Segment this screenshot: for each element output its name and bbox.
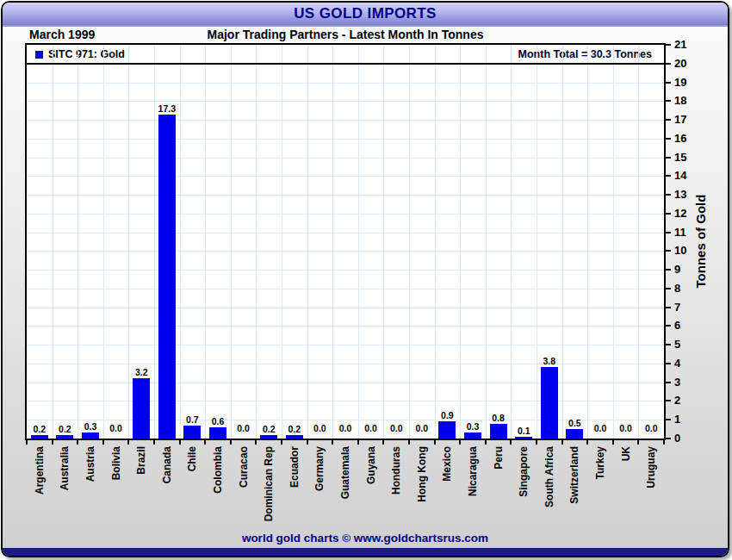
bar (209, 427, 226, 439)
y-tick-label: 19 (674, 76, 698, 90)
y-tick-label: 11 (674, 226, 698, 240)
gridline-horizontal (27, 139, 664, 140)
x-axis-label: Argentina (34, 446, 46, 495)
x-axis-tick (26, 440, 28, 445)
x-axis-label: Honduras (390, 446, 402, 495)
gridline-vertical (128, 45, 129, 439)
x-axis-tick (637, 440, 639, 445)
gridline-horizontal (27, 251, 664, 252)
gridline-horizontal (27, 383, 664, 383)
gridline-vertical (231, 45, 232, 439)
y-axis-tick (666, 419, 671, 420)
bar-value-label: 0.3 (458, 421, 487, 432)
gridline-vertical (53, 45, 53, 439)
gridline-horizontal (27, 233, 664, 233)
bar (260, 435, 277, 439)
gridline-horizontal (27, 326, 664, 327)
gridline-vertical (537, 45, 537, 439)
y-tick-label: 9 (674, 263, 698, 277)
gridline-horizontal (27, 176, 664, 177)
y-axis-tick (666, 307, 671, 308)
gridline-horizontal (27, 345, 664, 345)
y-axis-tick (666, 400, 671, 401)
y-tick-label: 0 (674, 432, 698, 445)
gridline-horizontal (27, 120, 664, 121)
bar-value-label: 0.8 (484, 413, 513, 423)
gridline-vertical (256, 45, 257, 439)
gridline-vertical (587, 45, 588, 439)
bar (541, 367, 558, 439)
gridline-horizontal (27, 364, 664, 364)
bar (82, 432, 99, 439)
gridline-vertical (282, 45, 282, 439)
gridline-horizontal (27, 195, 664, 196)
gridline-vertical (409, 45, 410, 439)
gridline-vertical (358, 45, 359, 439)
y-tick-label: 1 (674, 413, 698, 426)
x-axis-label: Mexico (441, 446, 453, 482)
x-axis-label: Canada (161, 446, 173, 483)
x-axis-label: Germany (313, 446, 326, 491)
x-axis-tick (382, 440, 384, 445)
x-axis-tick (332, 440, 333, 445)
y-axis-tick (666, 82, 671, 84)
x-axis-label: Curacao (238, 446, 250, 488)
x-axis-label: Chile (186, 446, 198, 471)
bar-value-label: 17.3 (152, 103, 182, 114)
x-axis-label: Brazil (135, 446, 147, 475)
gridline-vertical (613, 45, 614, 439)
gridline-horizontal (27, 158, 664, 159)
bar-value-label: 0.0 (102, 423, 131, 433)
x-axis-tick (561, 440, 563, 445)
gridline-vertical (638, 45, 639, 439)
y-axis-tick (666, 288, 671, 289)
gridline-vertical (486, 45, 487, 439)
gridline-horizontal (27, 308, 664, 308)
bar-value-label: 0.1 (509, 426, 538, 436)
bar-value-label: 3.2 (127, 367, 156, 377)
gridline-horizontal (27, 270, 664, 271)
bottom-accent-bar (3, 548, 728, 556)
y-tick-label: 7 (674, 301, 698, 314)
gridline-vertical (460, 45, 461, 439)
title-bar: US GOLD IMPORTS (3, 3, 728, 27)
y-tick-label: 20 (674, 57, 698, 71)
x-axis-tick (153, 440, 155, 445)
gridline-vertical (307, 45, 308, 439)
bar-value-label: 0.0 (407, 423, 437, 433)
y-axis-tick (666, 100, 671, 102)
bar (133, 378, 150, 439)
y-axis-tick (666, 138, 671, 140)
gridline-horizontal (27, 214, 664, 215)
gridline-vertical (435, 45, 436, 439)
screenshot-stage: US GOLD IMPORTS March 1999 Major Trading… (0, 0, 732, 560)
gridline-horizontal (27, 83, 664, 84)
bar (566, 429, 583, 439)
y-axis-tick (666, 63, 671, 65)
y-tick-label: 5 (674, 338, 698, 352)
y-tick-label: 4 (674, 357, 698, 370)
y-axis-tick (666, 438, 671, 439)
bar (464, 432, 481, 439)
y-axis-tick (666, 344, 671, 345)
y-tick-label: 12 (674, 207, 698, 221)
x-axis-tick (52, 440, 53, 445)
y-axis-tick (666, 119, 671, 121)
bar (31, 435, 48, 439)
legend-separator-line (27, 63, 664, 65)
legend-swatch-icon (35, 51, 43, 59)
x-axis-tick (102, 440, 104, 445)
y-axis-tick (666, 44, 671, 46)
x-axis-label: Ecuador (288, 446, 301, 488)
y-tick-label: 2 (674, 394, 698, 408)
y-tick-label: 6 (674, 319, 698, 333)
y-axis-tick (666, 269, 671, 271)
y-axis-tick (666, 157, 671, 159)
gridline-vertical (332, 45, 333, 439)
y-axis-tick (666, 325, 671, 327)
x-axis-label: South Africa (543, 446, 555, 507)
page-title: US GOLD IMPORTS (294, 5, 437, 22)
x-axis-label: Austria (84, 446, 96, 482)
y-tick-label: 8 (674, 282, 698, 296)
y-axis-tick (666, 194, 671, 196)
